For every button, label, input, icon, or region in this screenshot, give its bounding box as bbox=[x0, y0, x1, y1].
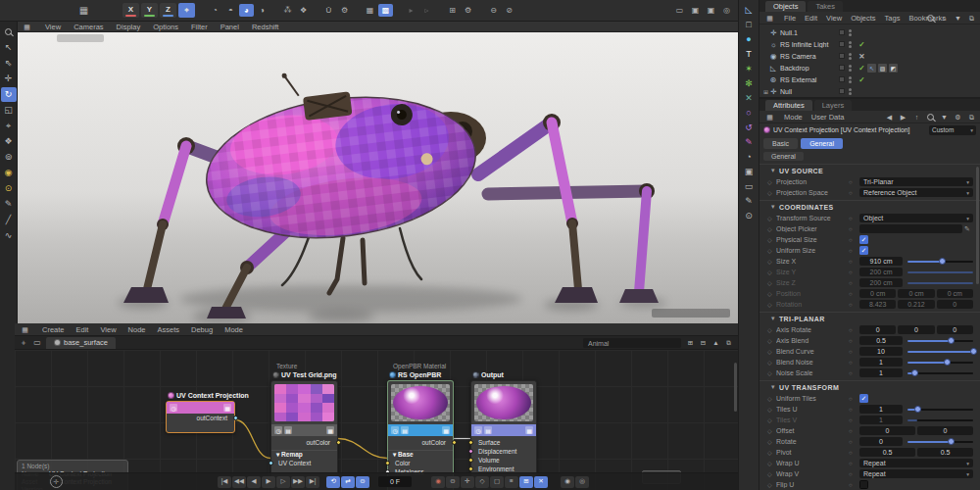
forward-icon[interactable]: ▶ bbox=[898, 112, 908, 122]
value-field[interactable]: 0 cm bbox=[937, 289, 973, 298]
om-menu-edit[interactable]: Edit bbox=[805, 14, 817, 23]
visibility-dots[interactable] bbox=[849, 76, 852, 83]
slider-knob[interactable] bbox=[948, 438, 955, 445]
value-field[interactable]: 10 bbox=[859, 347, 903, 356]
camera-icon[interactable]: ▣ bbox=[741, 166, 757, 178]
value-field[interactable]: 0 bbox=[937, 325, 973, 334]
section-header-uv-transform[interactable]: UV TRANSFORM bbox=[760, 380, 980, 393]
node-search-input[interactable]: Animal bbox=[583, 338, 681, 348]
render-settings-icon[interactable]: ◑ bbox=[255, 4, 270, 17]
slider-knob[interactable] bbox=[970, 348, 977, 355]
panel-b-icon[interactable]: ▣ bbox=[704, 4, 718, 17]
editor-visibility-dot[interactable] bbox=[849, 76, 852, 79]
key-rotation-button[interactable]: ▢ bbox=[490, 476, 504, 488]
ne-menu-view[interactable]: View bbox=[100, 325, 116, 334]
record-button[interactable]: ◉ bbox=[431, 476, 445, 488]
section-header-coordinates[interactable]: COORDINATES bbox=[760, 200, 980, 213]
panel-a-icon[interactable]: ▣ bbox=[688, 4, 703, 17]
value-field[interactable]: 0 cm bbox=[859, 289, 896, 298]
viewport-menu-options[interactable]: Options bbox=[153, 23, 178, 31]
om-menu-file[interactable]: File bbox=[784, 14, 796, 23]
move-tool[interactable]: ✛ bbox=[1, 72, 17, 86]
grid-icon[interactable]: ▦ bbox=[326, 426, 334, 434]
viewport-menu-display[interactable]: Display bbox=[117, 23, 141, 31]
magic-solo-icon[interactable]: Ū bbox=[321, 4, 336, 17]
model-mode-tool[interactable]: ❖ bbox=[1, 134, 17, 149]
undock-icon[interactable]: ⊟ bbox=[698, 338, 709, 348]
value-field[interactable]: 1 bbox=[859, 368, 903, 377]
generator-icon[interactable]: ✶ bbox=[741, 63, 757, 75]
knife-tool[interactable]: ╱ bbox=[1, 213, 17, 227]
disable-icon[interactable]: ⊘ bbox=[502, 4, 516, 17]
expander-icon[interactable]: ⊞ bbox=[763, 88, 770, 95]
new-window-icon[interactable]: ⧉ bbox=[723, 338, 734, 348]
render-queue-icon[interactable]: ❖ bbox=[296, 4, 311, 17]
value-field[interactable]: 0 bbox=[898, 325, 934, 334]
add-material-tab-button[interactable]: ＋ bbox=[19, 338, 28, 348]
input-port[interactable] bbox=[468, 458, 473, 463]
user-icon[interactable]: ◎ bbox=[719, 4, 734, 17]
grid-icon[interactable]: ▦ bbox=[442, 426, 450, 434]
value-field[interactable]: 0 bbox=[937, 300, 973, 309]
frame-field[interactable]: 0 F bbox=[378, 476, 412, 487]
ne-menu-create[interactable]: Create bbox=[42, 325, 65, 334]
object-row[interactable]: ◺Backdrop✓↖▨◩ bbox=[760, 62, 980, 74]
port-group-header[interactable]: ▾ Remap bbox=[271, 450, 337, 459]
tab-attributes[interactable]: Attributes bbox=[765, 100, 812, 111]
home-icon[interactable]: ⌂ bbox=[939, 13, 950, 24]
slider-knob[interactable] bbox=[911, 369, 918, 376]
axis-tool[interactable]: ⌖ bbox=[1, 119, 17, 133]
render-view-icon[interactable]: ◔ bbox=[208, 4, 222, 17]
layer-toggle[interactable] bbox=[839, 88, 845, 94]
layer-toggle[interactable] bbox=[839, 65, 845, 71]
preset-dropdown[interactable]: Custom ▾ bbox=[929, 125, 976, 135]
value-field[interactable]: 0 bbox=[917, 426, 973, 435]
attr-menu-user-data[interactable]: User Data bbox=[811, 113, 845, 122]
om-menu-objects[interactable]: Objects bbox=[851, 14, 875, 23]
slider-size-y[interactable] bbox=[907, 268, 973, 276]
checkbox-uniform-tiles[interactable]: ✓ bbox=[859, 394, 868, 403]
spline-pen-icon[interactable]: ✎ bbox=[741, 136, 757, 149]
clock-icon[interactable]: ◷ bbox=[274, 426, 282, 434]
solo-button[interactable]: ◉ bbox=[561, 476, 574, 488]
prev-key-button[interactable]: ◀◀ bbox=[232, 476, 246, 488]
ne-menu-node[interactable]: Node bbox=[128, 325, 146, 334]
value-field[interactable]: 1 bbox=[859, 416, 903, 424]
checkbox-physical-size[interactable]: ✓ bbox=[859, 235, 868, 244]
viewport-menu-redshift[interactable]: Redshift bbox=[252, 23, 279, 31]
grid-icon[interactable]: ▦ bbox=[525, 426, 533, 434]
tab-takes[interactable]: Takes bbox=[808, 1, 843, 12]
attribute-group-chip[interactable]: General bbox=[760, 150, 980, 162]
clock-icon[interactable]: ◷ bbox=[170, 404, 177, 412]
prev-frame-button[interactable]: ◀ bbox=[247, 476, 261, 488]
pointer-tag[interactable]: ↖ bbox=[867, 64, 876, 73]
value-field[interactable]: 0 bbox=[859, 437, 903, 446]
ne-hamburger-icon[interactable]: ▦ bbox=[20, 324, 30, 335]
dock-icon[interactable]: ⊞ bbox=[685, 338, 696, 348]
attr-hamburger-icon[interactable]: ▦ bbox=[764, 112, 775, 122]
lock-axis-icon[interactable]: ⊖ bbox=[486, 4, 501, 17]
input-port[interactable] bbox=[269, 461, 273, 466]
material-tab[interactable]: base_surface bbox=[46, 337, 116, 349]
value-field[interactable]: 8.423 bbox=[859, 300, 896, 309]
editor-visibility-dot[interactable] bbox=[849, 41, 852, 44]
sound-toggle[interactable]: ⊙ bbox=[356, 476, 369, 488]
slider-knob[interactable] bbox=[939, 258, 946, 265]
slider-knob[interactable] bbox=[948, 337, 955, 344]
goto-end-button[interactable]: ▶| bbox=[306, 476, 319, 488]
pen-tool[interactable]: ✎ bbox=[1, 197, 17, 212]
keyframe-selection-button[interactable]: ✕ bbox=[534, 476, 548, 488]
dropdown-projection[interactable]: Tri-Planar▾ bbox=[859, 177, 973, 186]
back-icon[interactable]: ◀ bbox=[884, 112, 895, 122]
render-visibility-dot[interactable] bbox=[849, 80, 852, 83]
display-icon[interactable]: ▭ bbox=[741, 180, 757, 193]
editor-visibility-dot[interactable] bbox=[849, 65, 852, 68]
solo-settings-icon[interactable]: ⚙ bbox=[337, 4, 352, 17]
dropdown-wrap-u[interactable]: Repeat▾ bbox=[859, 459, 973, 467]
slider-size-z[interactable] bbox=[907, 278, 973, 287]
object-row[interactable]: ⊛RS External✓ bbox=[760, 74, 980, 85]
object-row[interactable]: ◉RS Camera✕ bbox=[760, 50, 980, 62]
checkbox-flip-u[interactable] bbox=[859, 480, 868, 489]
viewport-menu-cameras[interactable]: Cameras bbox=[74, 23, 103, 31]
render-region-icon[interactable]: ◓ bbox=[223, 4, 238, 17]
